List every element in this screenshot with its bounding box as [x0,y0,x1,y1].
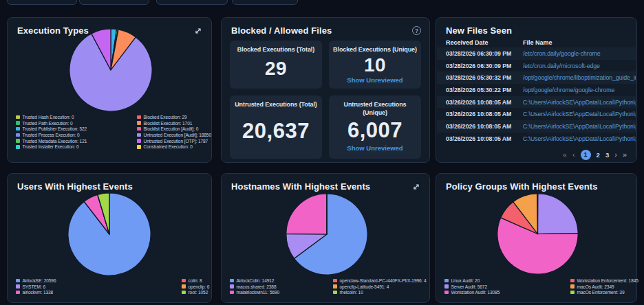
legend-item[interactable]: AirlockColin: 14912 [230,278,279,284]
pie-slice[interactable] [286,194,327,234]
legend-item[interactable]: Constrained Execution: 0 [137,144,211,150]
legend-item[interactable]: openclip-Latitude-5491: 4 [333,284,427,290]
legend-item[interactable]: openclaw-Standard-PC-i440FX-PIIX-1996: 4 [333,278,427,284]
legend-item[interactable]: malairlockwin11: 5690 [230,289,279,295]
pagination: « ‹ 1 2 3 › » [563,148,627,161]
execution-types-legend-right[interactable]: Blocked Execution: 29Blocklist Execution… [137,114,211,150]
legend-item[interactable]: Blocked Execution: 29 [137,114,211,120]
legend-item[interactable]: Blocklist Execution: 1701 [137,120,211,126]
column-header-file-name: File Name [523,39,636,46]
pagination-first-button[interactable]: « [563,150,567,159]
pagination-page-3[interactable]: 3 [605,151,609,159]
top-cropped-tile-1[interactable] [7,0,77,5]
legend-item[interactable]: Trusted Metadata Execution: 121 [16,138,87,144]
hostnames-legend-left[interactable]: AirlockColin: 14912macos.shared: 2388mal… [230,278,279,295]
file-name-link[interactable]: C:\Users\AirlockSE\AppData\Local\Python\… [523,111,636,117]
file-name-link[interactable]: C:\Users\AirlockSE\AppData\Local\Python\… [523,135,636,142]
file-name-link[interactable]: C:\Users\AirlockSE\AppData\Local\Python\… [523,99,636,106]
legend-item[interactable]: Untrusted Execution [Audit]: 18850 [137,132,211,138]
legend-item[interactable]: macOs Enforcement: 39 [570,289,638,295]
top-cropped-tile-2[interactable] [79,0,149,5]
stat-card-untrusted-unique: Untrusted Executions (Unique) 6,007 Show… [329,95,421,159]
legend-swatch [570,291,575,295]
legend-swatch [16,279,20,283]
table-row[interactable]: 03/26/2026 10:08:05 AM C:\Users\AirlockS… [437,96,636,109]
legend-item[interactable]: Trusted Path Execution: 0 [16,120,87,126]
legend-item[interactable]: SYSTEM: 6 [16,284,56,290]
legend-item[interactable]: root: 1052 [182,289,209,295]
execution-types-pie-chart[interactable] [68,27,153,113]
table-row[interactable]: 03/28/2026 05:30:32 PM /opt/google/chrom… [437,71,636,84]
legend-label: Untrusted Execution [Audit]: 18850 [144,133,212,137]
legend-swatch [16,139,20,143]
received-date-cell: 03/28/2026 05:30:22 PM [446,87,523,93]
legend-item[interactable]: Trusted Publisher Execution: 522 [16,126,87,132]
execution-types-legend-left[interactable]: Trusted Hash Execution: 0Trusted Path Ex… [16,114,87,150]
table-row[interactable]: 03/28/2026 06:30:09 PM /etc/cron.daily/g… [437,47,636,60]
policy-groups-pie-chart[interactable] [496,192,579,275]
table-row[interactable]: 03/28/2026 06:30:09 PM /etc/cron.daily/m… [437,60,636,72]
pie-slice[interactable] [538,194,579,234]
policy-groups-legend-left[interactable]: Linux Audit: 20Server Audit: 5672Worksta… [444,278,500,295]
policy-groups-legend-right[interactable]: Workstation Enforcement: 1845macOs Audit… [570,278,638,295]
file-name-link[interactable]: /etc/cron.daily/google-chrome [523,50,636,57]
legend-item[interactable]: Untrusted Execution [OTP]: 1787 [137,138,211,144]
pagination-last-button[interactable]: » [623,150,627,159]
legend-swatch [444,279,449,283]
table-row[interactable]: 03/26/2026 10:08:05 AM C:\Users\AirlockS… [437,120,636,133]
pagination-page-1-active[interactable]: 1 [581,150,591,160]
hostnames-legend-right[interactable]: openclaw-Standard-PC-i440FX-PIIX-1996: 4… [333,278,427,295]
legend-label: Trusted Publisher Execution: 522 [23,126,87,131]
pagination-prev-button[interactable]: ‹ [572,150,575,159]
legend-item[interactable]: colin: 8 [182,278,209,284]
file-name-link[interactable]: C:\Users\AirlockSE\AppData\Local\Python\… [523,123,636,130]
table-row[interactable]: 03/26/2026 10:08:05 AM C:\Users\AirlockS… [437,133,636,145]
hostnames-pie-chart[interactable] [285,192,369,276]
legend-swatch [570,284,575,289]
legend-label: Untrusted Execution [OTP]: 1787 [144,139,208,144]
stat-card-blocked-total: Blocked Executions (Total) 29 [230,41,322,89]
legend-swatch [137,115,141,120]
expand-icon[interactable] [193,26,203,36]
file-name-link[interactable]: /opt/google/chrome/google-chrome [523,87,636,93]
expand-icon[interactable] [411,182,421,192]
legend-swatch [182,291,186,295]
received-date-cell: 03/26/2026 10:08:05 AM [446,135,523,142]
top-cropped-tile-4[interactable] [232,0,298,5]
pagination-next-button[interactable]: › [614,150,617,159]
legend-item[interactable]: macOs Audit: 2349 [570,284,638,290]
legend-item[interactable]: Workstation Enforcement: 1845 [570,278,638,284]
legend-item[interactable]: rhelcolin: 10 [333,289,427,295]
users-legend-right[interactable]: colin: 8openclip: 6root: 1052 [182,278,209,295]
legend-item[interactable]: Workstation Audit: 13085 [444,289,500,295]
legend-swatch [137,139,141,143]
table-row[interactable]: 03/26/2026 10:08:05 AM C:\Users\AirlockS… [437,108,636,120]
received-date-cell: 03/28/2026 06:30:09 PM [446,50,523,57]
legend-item[interactable]: openclip: 6 [182,284,209,290]
file-name-link[interactable]: /etc/cron.daily/microsoft-edge [523,63,636,69]
legend-item[interactable]: AirlockSE: 20596 [16,278,56,284]
legend-item[interactable]: Trusted Process Execution: 0 [16,132,87,138]
legend-item[interactable]: Server Audit: 5672 [444,284,500,290]
legend-label: SYSTEM: 6 [23,284,46,289]
legend-item[interactable]: Trusted Installer Execution: 0 [16,144,87,150]
pagination-page-2[interactable]: 2 [597,151,600,159]
legend-item[interactable]: Trusted Hash Execution: 0 [16,114,87,120]
pie-slice[interactable] [537,194,538,234]
legend-item[interactable]: macos.shared: 2388 [230,284,279,290]
show-unreviewed-link[interactable]: Show Unreviewed [347,144,402,153]
legend-swatch [137,121,141,125]
table-row[interactable]: 03/28/2026 05:30:22 PM /opt/google/chrom… [437,84,636,96]
legend-item[interactable]: Linux Audit: 20 [444,278,500,284]
help-icon[interactable]: ? [412,26,421,35]
show-unreviewed-link[interactable]: Show Unreviewed [347,76,402,85]
legend-item[interactable]: airlockvm: 1338 [16,289,56,295]
legend-label: Constrained Execution: 0 [144,144,193,149]
top-cropped-tile-3[interactable] [156,0,228,5]
legend-item[interactable]: Blocklist Execution [Audit]: 0 [137,126,211,132]
legend-label: rhelcolin: 10 [340,290,363,295]
legend-swatch [230,284,234,289]
users-pie-chart[interactable] [67,192,152,277]
file-name-link[interactable]: /opt/google/chrome/liboptimization_guide… [523,74,636,81]
users-legend-left[interactable]: AirlockSE: 20596SYSTEM: 6airlockvm: 1338 [16,278,56,295]
